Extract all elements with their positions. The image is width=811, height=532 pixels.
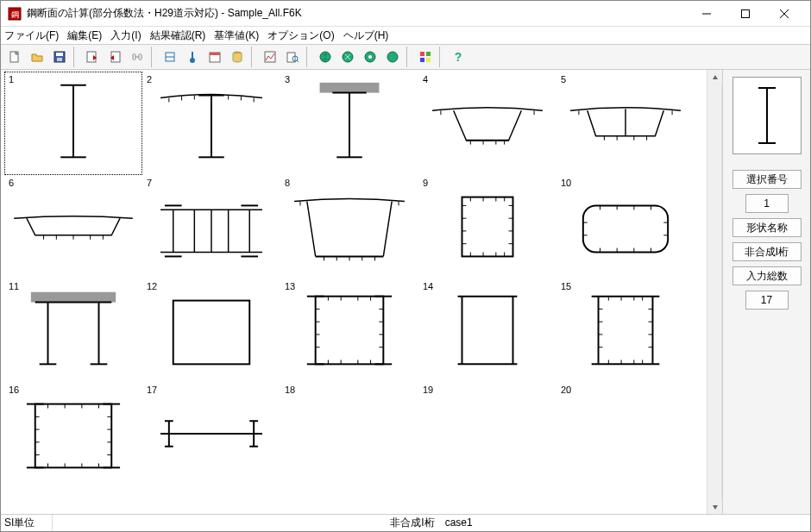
shape-cell-5[interactable]: 5 [556,72,695,175]
status-bar: SI単位 非合成I桁 case1 [1,514,810,531]
svg-marker-200 [713,505,718,510]
help-icon[interactable]: ? [448,47,468,67]
section-icon[interactable] [160,47,180,67]
shape-cell-15[interactable]: 15 [556,279,695,382]
svg-line-24 [297,60,299,62]
svg-rect-171 [35,404,112,468]
svg-point-29 [387,52,398,62]
palette-icon[interactable] [415,47,436,67]
vertical-scrollbar[interactable] [707,70,721,514]
menu-result[interactable]: 結果確認(R) [150,28,206,43]
maximize-button[interactable] [726,2,764,26]
shape-cell-9[interactable]: 9 [418,175,556,279]
close-button[interactable] [764,2,803,26]
cell-number: 18 [285,385,295,395]
shape-cell-20[interactable]: 20 [556,382,695,485]
link-icon[interactable] [127,47,148,67]
shape-cell-11[interactable]: 11 [4,279,142,382]
svg-rect-31 [426,52,431,56]
svg-text:?: ? [455,50,462,64]
svg-rect-32 [420,58,424,62]
shape-cell-16[interactable]: 16 [4,382,142,485]
shape-cell-19[interactable]: 19 [418,382,556,485]
cell-number: 19 [423,385,433,395]
save-file-icon[interactable] [49,47,70,67]
new-file-icon[interactable] [4,47,25,67]
open-file-icon[interactable] [27,47,47,67]
svg-rect-33 [426,58,431,62]
menu-standard[interactable]: 基準値(K) [214,28,259,43]
shape-cell-1[interactable]: 1 [4,72,142,175]
side-panel: 選択番号 1 形状名称 非合成I桁 入力総数 17 [722,70,810,514]
calendar-icon[interactable] [204,47,225,67]
select-number-value: 1 [745,194,789,213]
window-title: 鋼断面の計算(部分係数法・H29道示対応) - Sample_All.F6K [27,6,687,21]
globe2-icon[interactable] [337,47,358,67]
menu-input[interactable]: 入力(I) [110,28,141,43]
shape-cell-3[interactable]: 3 [280,72,418,175]
shape-cell-14[interactable]: 14 [418,279,556,382]
toolbar: ? [1,44,810,70]
cell-number: 20 [561,385,571,395]
titlebar: 鋼 鋼断面の計算(部分係数法・H29道示対応) - Sample_All.F6K [1,1,810,27]
globe1-icon[interactable] [315,47,336,67]
svg-rect-89 [462,197,513,257]
svg-marker-199 [713,75,718,79]
shape-cell-17[interactable]: 17 [142,382,280,485]
svg-rect-119 [31,292,116,303]
menu-edit[interactable]: 編集(E) [67,28,102,43]
shape-cell-6[interactable]: 6 [4,175,142,279]
input-count-label[interactable]: 入力総数 [732,266,802,285]
shape-cell-4[interactable]: 4 [418,72,556,175]
svg-text:鋼: 鋼 [11,10,19,19]
preview-icon[interactable] [282,47,303,67]
shape-cell-10[interactable]: 10 [556,175,695,279]
svg-point-28 [368,55,372,59]
shape-cell-7[interactable]: 7 [142,175,280,279]
menubar: ファイル(F) 編集(E) 入力(I) 結果確認(R) 基準値(K) オプション… [1,27,810,44]
svg-rect-125 [173,301,250,365]
shape-cell-12[interactable]: 12 [142,279,280,382]
shape-cell-13[interactable]: 13 [280,279,418,382]
svg-rect-106 [583,205,668,252]
svg-rect-9 [57,58,62,61]
svg-point-15 [190,58,195,63]
import-icon[interactable] [82,47,103,67]
status-unit: SI単位 [1,515,53,531]
shape-preview [732,77,802,154]
minimize-button[interactable] [687,2,726,26]
shape-name-label[interactable]: 形状名称 [732,218,802,237]
database-icon[interactable] [227,47,248,67]
menu-help[interactable]: ヘルプ(H) [343,28,389,43]
svg-rect-126 [316,297,384,365]
shape-cell-18[interactable]: 18 [280,382,418,485]
menu-file[interactable]: ファイル(F) [4,28,59,43]
shape-cell-2[interactable]: 2 [142,72,280,175]
globe4-icon[interactable] [382,47,403,67]
shape-name-value[interactable]: 非合成I桁 [732,242,802,261]
globe3-icon[interactable] [360,47,380,67]
svg-rect-47 [320,83,380,93]
shape-gallery: 1 2 3 4 5 6 [1,70,707,514]
status-center: 非合成I桁 case1 [53,516,810,530]
svg-rect-3 [741,9,749,17]
scroll-down-arrow-icon[interactable] [707,499,722,514]
select-number-label[interactable]: 選択番号 [732,170,802,189]
shape-cell-8[interactable]: 8 [280,175,418,279]
scroll-up-arrow-icon[interactable] [707,70,722,84]
svg-rect-21 [265,52,275,62]
svg-rect-30 [420,52,424,56]
temperature-icon[interactable] [182,47,203,67]
svg-rect-8 [56,53,63,56]
input-count-value: 17 [745,291,789,310]
svg-rect-17 [210,53,220,55]
menu-option[interactable]: オプション(O) [267,28,334,43]
export-icon[interactable] [104,47,125,67]
content-area: 1 2 3 4 5 6 [1,70,810,514]
app-icon: 鋼 [8,7,22,21]
chart-icon[interactable] [260,47,280,67]
